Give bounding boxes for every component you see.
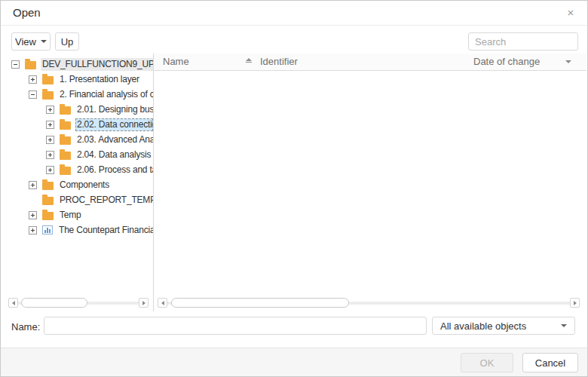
tree-item[interactable]: 2.01. Designing busines [2,102,153,117]
footer-bar: OK Cancel [1,348,587,376]
close-icon[interactable]: × [563,5,578,20]
expand-plus-icon[interactable] [29,211,37,219]
collapse-minus-icon[interactable] [11,60,20,69]
tree-horizontal-scrollbar [8,298,149,308]
column-menu-icon[interactable] [565,60,571,63]
tree-item-label: 2.02. Data connection [75,118,153,131]
scrollbar-thumb[interactable] [21,298,87,308]
tree-item[interactable]: PROC_REPORT_TEMPLA [2,192,153,207]
folder-icon [42,212,54,220]
expand-plus-icon[interactable] [29,75,37,84]
search-input[interactable] [468,32,578,51]
sort-ascending-icon [246,58,252,63]
expand-plus-icon[interactable] [46,121,54,129]
folder-icon [42,91,54,100]
tree-item[interactable]: 2.03. Advanced Analyti [2,132,153,147]
tree-item-label: 2. Financial analysis of cou [58,88,153,101]
expand-plus-icon[interactable] [29,181,37,189]
collapse-minus-icon[interactable] [29,90,37,99]
tree-item-label: Components [58,179,153,192]
tree-item[interactable]: 2.02. Data connection [2,117,153,132]
ok-button[interactable]: OK [461,353,513,372]
view-button[interactable]: View [11,32,51,51]
folder-icon [60,121,71,130]
tree-item-label: PROC_REPORT_TEMPLA [58,194,153,207]
scroll-right-icon[interactable] [570,298,580,308]
name-label: Name: [11,321,40,333]
expand-plus-icon[interactable] [46,151,54,159]
tree-item-label: 2.03. Advanced Analyti [75,133,153,146]
column-header-identifier[interactable]: Identifier [260,56,298,67]
tree-item[interactable]: The Countepart Financial A [2,222,153,238]
tree-item-label: 1. Presentation layer [58,73,153,86]
folder-icon [60,136,71,145]
tree-item-label: 2.06. Process and task [75,164,153,176]
folder-icon [60,106,71,115]
name-input[interactable] [44,317,427,335]
up-button-label: Up [61,36,74,48]
view-button-label: View [15,36,36,48]
tree-item-label: DEV_FULLFUNCTION9_UPD [41,58,153,71]
column-header-name[interactable]: Name [163,56,189,67]
tree-item-label: Temp [58,209,153,222]
tree-item-label: 2.01. Designing busines [75,103,153,116]
folder-icon [60,167,71,175]
folder-icon [60,152,71,160]
column-header-date-of-change[interactable]: Date of change [473,56,540,67]
folder-icon [42,197,54,205]
expand-plus-icon[interactable] [46,136,54,144]
expand-plus-icon[interactable] [46,106,54,114]
file-list-header: Name Identifier Date of change [154,54,586,71]
tree-item-label: 2.04. Data analysis an [75,149,153,161]
object-type-value: All available objects [440,320,526,332]
caret-down-icon [41,40,47,43]
file-list-body [154,71,586,296]
open-dialog: Open × View Up DEV_FULLFUNCTION9_UPD1. P… [0,0,588,377]
folder-icon [42,76,54,84]
scroll-left-icon[interactable] [8,298,18,308]
tree-item[interactable]: 2. Financial analysis of cou [2,87,153,102]
tree-item[interactable]: 2.06. Process and task [2,162,153,177]
caret-down-icon [561,324,567,327]
expand-plus-icon[interactable] [46,166,54,174]
cancel-button[interactable]: Cancel [522,353,578,372]
tree-item[interactable]: 2.04. Data analysis an [2,147,153,162]
folder-icon [42,182,54,190]
folder-icon [25,61,36,69]
tree-item[interactable]: 1. Presentation layer [2,72,153,87]
tree-item-label: The Countepart Financial A [57,224,153,237]
tree-item[interactable]: DEV_FULLFUNCTION9_UPD [2,57,153,72]
title-bar: Open × [1,1,587,26]
scroll-right-icon[interactable] [139,298,149,308]
dialog-title: Open [13,6,41,19]
up-button[interactable]: Up [55,32,79,51]
bar-chart-icon [42,225,53,234]
scrollbar-thumb[interactable] [171,298,349,308]
object-type-select[interactable]: All available objects [432,317,575,335]
scroll-left-icon[interactable] [158,298,167,308]
tree-item[interactable]: Components [2,177,153,192]
expand-plus-icon[interactable] [29,226,37,234]
tree-item[interactable]: Temp [2,207,153,222]
folder-tree: DEV_FULLFUNCTION9_UPD1. Presentation lay… [2,54,153,296]
list-horizontal-scrollbar [158,298,580,308]
